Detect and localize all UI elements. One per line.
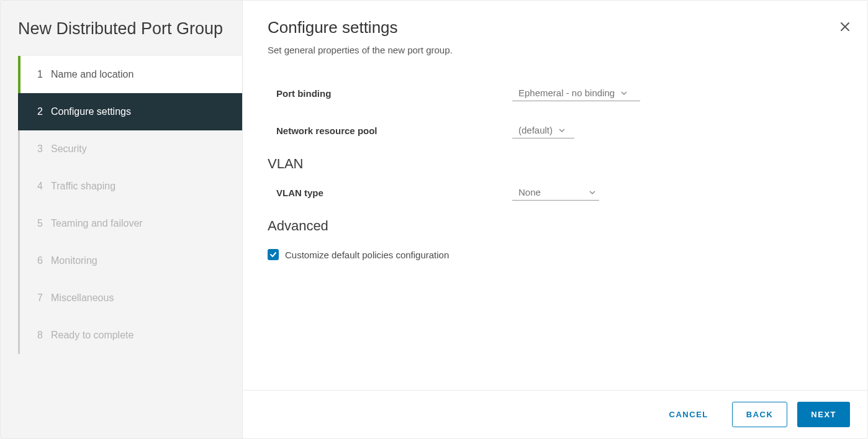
select-port-binding[interactable]: Ephemeral - no binding xyxy=(512,85,640,101)
step-number: 8 xyxy=(37,330,51,341)
step-security: 3 Security xyxy=(20,130,242,168)
step-monitoring: 6 Monitoring xyxy=(20,242,242,279)
row-network-resource-pool: Network resource pool (default) xyxy=(268,116,843,153)
step-label: Security xyxy=(51,143,87,155)
label-vlan-type: VLAN type xyxy=(276,188,512,198)
step-label: Configure settings xyxy=(51,106,131,117)
select-value: (default) xyxy=(518,125,553,135)
next-button[interactable]: NEXT xyxy=(797,402,850,427)
step-miscellaneous: 7 Miscellaneous xyxy=(20,279,242,317)
step-number: 7 xyxy=(37,292,51,304)
step-number: 4 xyxy=(37,181,51,192)
checkbox-customize-policies[interactable] xyxy=(268,249,279,260)
wizard-title: New Distributed Port Group xyxy=(1,19,242,56)
step-label: Monitoring xyxy=(51,255,97,266)
chevron-down-icon xyxy=(559,127,565,134)
step-traffic-shaping: 4 Traffic shaping xyxy=(20,168,242,205)
step-configure-settings[interactable]: 2 Configure settings xyxy=(20,93,242,130)
close-button[interactable] xyxy=(840,20,850,34)
step-teaming-and-failover: 5 Teaming and failover xyxy=(20,205,242,242)
row-customize-policies: Customize default policies configuration xyxy=(268,240,843,260)
label-port-binding: Port binding xyxy=(276,88,512,99)
step-label: Miscellaneous xyxy=(51,292,114,304)
chevron-down-icon xyxy=(589,189,595,196)
step-number: 5 xyxy=(37,218,51,229)
chevron-down-icon xyxy=(621,90,627,96)
step-label: Name and location xyxy=(51,69,133,80)
step-number: 6 xyxy=(37,255,51,266)
page-title: Configure settings xyxy=(268,18,843,37)
step-number: 3 xyxy=(37,143,51,155)
wizard-footer: CANCEL BACK NEXT xyxy=(243,390,867,438)
page-header: Configure settings Set general propertie… xyxy=(243,1,867,66)
step-number: 1 xyxy=(37,69,51,80)
step-name-and-location[interactable]: 1 Name and location xyxy=(20,56,242,93)
step-label: Teaming and failover xyxy=(51,218,143,229)
page-subtext: Set general properties of the new port g… xyxy=(268,45,843,55)
wizard-sidebar: New Distributed Port Group 1 Name and lo… xyxy=(1,1,243,438)
heading-vlan: VLAN xyxy=(268,156,843,172)
step-label: Ready to complete xyxy=(51,330,133,341)
label-customize-policies: Customize default policies configuration xyxy=(285,250,449,260)
select-value: None xyxy=(518,187,541,197)
row-vlan-type: VLAN type None xyxy=(268,178,843,215)
heading-advanced: Advanced xyxy=(268,218,843,234)
cancel-button[interactable]: CANCEL xyxy=(656,402,722,427)
wizard-dialog: New Distributed Port Group 1 Name and lo… xyxy=(0,0,868,439)
close-icon xyxy=(840,19,850,35)
step-label: Traffic shaping xyxy=(51,181,115,192)
row-port-binding: Port binding Ephemeral - no binding xyxy=(268,79,843,116)
wizard-main: Configure settings Set general propertie… xyxy=(243,1,867,438)
step-ready-to-complete: 8 Ready to complete xyxy=(20,317,242,354)
label-network-resource-pool: Network resource pool xyxy=(276,125,512,136)
select-vlan-type[interactable]: None xyxy=(512,184,599,201)
wizard-steps: 1 Name and location 2 Configure settings… xyxy=(18,56,242,354)
select-value: Ephemeral - no binding xyxy=(518,88,615,98)
back-button[interactable]: BACK xyxy=(732,402,788,427)
check-icon xyxy=(269,251,277,258)
page-content: Port binding Ephemeral - no binding Netw… xyxy=(243,66,867,390)
step-number: 2 xyxy=(37,106,51,117)
select-network-resource-pool[interactable]: (default) xyxy=(512,122,574,138)
